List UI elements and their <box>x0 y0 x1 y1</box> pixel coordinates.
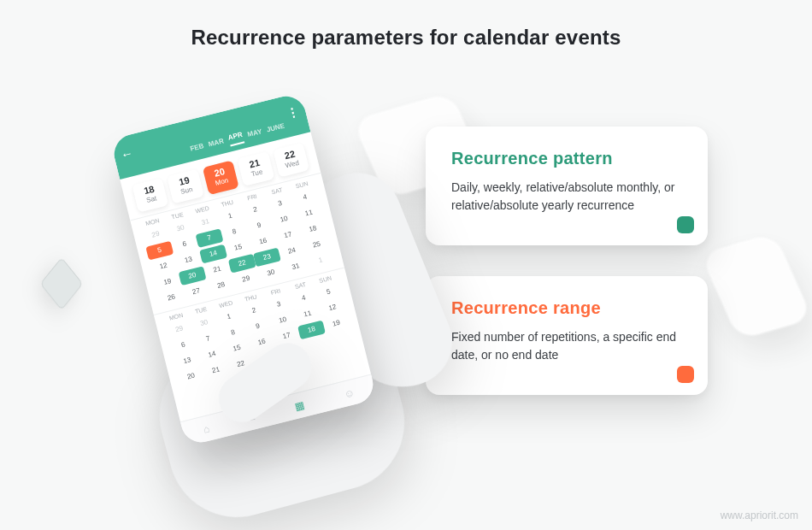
card-title: Recurrence range <box>451 298 682 318</box>
home-icon: ⌂ <box>202 422 210 435</box>
month-day-cell: 28 <box>207 275 235 295</box>
month-day-cell: 26 <box>157 288 185 308</box>
month-day-cell: 27 <box>182 282 210 302</box>
month-day-cell: 31 <box>282 257 310 277</box>
watermark: www.apriorit.com <box>721 509 798 521</box>
month-day-cell: 20 <box>177 367 205 386</box>
month-day-cell: 21 <box>202 361 230 380</box>
user-icon: ☺ <box>343 386 356 401</box>
month-tab: MAY <box>247 127 264 142</box>
back-arrow-icon: ← <box>120 146 134 162</box>
card-title: Recurrence pattern <box>451 149 682 168</box>
accent-dot <box>677 366 694 383</box>
month-tab: JUNE <box>266 122 286 138</box>
week-day-cell: 20Mon <box>203 160 239 195</box>
month-day-cell: 30 <box>256 263 285 283</box>
decorative-blob <box>700 233 812 340</box>
month-day-cell: 19 <box>322 314 350 333</box>
month-tab: APR <box>227 131 244 147</box>
phone-illustration: ← FEB MAR APR MAY JUNE ⋮ 18Sat19Sun20Mon… <box>111 77 410 487</box>
info-cards: Recurrence pattern Daily, weekly, relati… <box>426 127 708 395</box>
week-day-cell: 21Tue <box>238 151 274 186</box>
month-day-cell: 18 <box>297 320 326 339</box>
month-tab: MAR <box>208 137 226 151</box>
page-title: Recurrence parameters for calendar event… <box>0 26 812 50</box>
card-recurrence-range: Recurrence range Fixed number of repetit… <box>426 276 708 395</box>
month-tab: FEB <box>190 142 206 156</box>
accent-dot <box>677 216 694 233</box>
card-body: Daily, weekly, relative/absolute monthly… <box>451 179 682 215</box>
decorative-diamond <box>40 257 84 311</box>
month-day-cell: 1 <box>307 250 335 270</box>
kebab-menu-icon: ⋮ <box>285 104 300 121</box>
card-body: Fixed number of repetitions, a specific … <box>451 328 682 364</box>
week-day-cell: 22Wed <box>273 143 309 178</box>
month-day-cell: 29 <box>232 269 260 289</box>
week-day-cell: 18Sat <box>132 178 168 213</box>
week-day-cell: 19Sun <box>167 169 203 204</box>
card-recurrence-pattern: Recurrence pattern Daily, weekly, relati… <box>426 127 708 245</box>
calendar-icon: ▦ <box>294 398 306 412</box>
